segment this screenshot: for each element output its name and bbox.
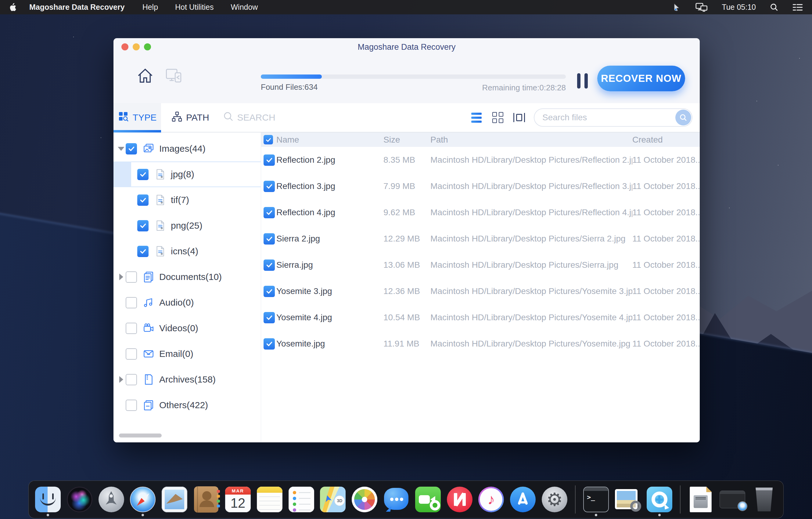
table-row[interactable]: Sierra.jpg13.06 MBMacintosh HD/Library/D… — [261, 252, 700, 278]
sidebar-checkbox[interactable] — [126, 374, 137, 385]
row-checkbox[interactable] — [264, 338, 275, 350]
sidebar-horizontal-scrollbar[interactable] — [119, 434, 162, 437]
device-recovery-button[interactable] — [165, 68, 184, 86]
dock-mail-icon[interactable] — [161, 482, 188, 517]
dock-preview-icon[interactable] — [614, 482, 641, 517]
grid-view-button[interactable] — [491, 111, 504, 124]
dock-calendar-icon[interactable]: MAR12 — [224, 482, 252, 517]
table-row[interactable]: Yosemite 3.jpg12.36 MBMacintosh HD/Libra… — [261, 278, 700, 304]
sidebar-item-others[interactable]: Others(422) — [114, 392, 261, 418]
table-row[interactable]: Reflection 4.jpg9.62 MBMacintosh HD/Libr… — [261, 199, 700, 226]
coverflow-view-button[interactable] — [513, 111, 526, 124]
menubar-clock[interactable]: Tue 05:10 — [722, 3, 756, 11]
sidebar-item-audio[interactable]: Audio(0) — [114, 290, 261, 316]
disclosure-right-icon[interactable] — [119, 274, 123, 280]
disclosure-down-icon[interactable] — [118, 147, 124, 151]
sidebar-checkbox[interactable] — [137, 220, 149, 231]
file-icon — [154, 245, 167, 258]
archives-icon — [142, 373, 155, 386]
sidebar-checkbox[interactable] — [126, 400, 137, 411]
menu-hot-utilities[interactable]: Hot Utilities — [175, 3, 213, 11]
sidebar-checkbox[interactable] — [137, 169, 149, 180]
dock-trash-icon[interactable] — [750, 482, 778, 517]
search-files-field — [534, 108, 692, 127]
airplay-display-icon[interactable] — [695, 2, 708, 12]
sidebar-checkbox[interactable] — [126, 323, 137, 334]
list-view-button[interactable] — [470, 111, 483, 124]
menubar-app-name[interactable]: Magoshare Data Recovery — [29, 3, 125, 11]
column-path[interactable]: Path — [430, 135, 632, 145]
table-row[interactable]: Yosemite 4.jpg10.54 MBMacintosh HD/Libra… — [261, 304, 700, 331]
dock-appstore-icon[interactable] — [509, 482, 536, 517]
recover-now-button[interactable]: RECOVER NOW — [597, 66, 685, 91]
sidebar-checkbox[interactable] — [126, 348, 137, 360]
file-name: Reflection 3.jpg — [277, 181, 383, 191]
disclosure-right-icon[interactable] — [119, 376, 123, 383]
dock-itunes-icon[interactable]: ♪ — [478, 482, 505, 517]
dock-sysprefs-icon[interactable]: ⚙ — [541, 482, 568, 517]
dock-facetime-icon[interactable] — [414, 482, 442, 517]
column-size[interactable]: Size — [383, 135, 430, 145]
sidebar-checkbox[interactable] — [137, 194, 149, 206]
sidebar-item-images[interactable]: Images(44) — [114, 136, 261, 162]
home-button[interactable] — [137, 67, 154, 85]
sidebar-item-jpg[interactable]: jpg(8) — [114, 162, 261, 187]
dock-minwindow-icon[interactable] — [719, 482, 746, 517]
file-name: Yosemite 3.jpg — [277, 286, 383, 296]
dock-safari-icon[interactable] — [129, 482, 156, 517]
tab-type-label: TYPE — [133, 112, 156, 123]
sidebar-checkbox[interactable] — [137, 246, 149, 257]
tab-path[interactable]: PATH — [171, 103, 209, 132]
sidebar-item-email[interactable]: Email(0) — [114, 341, 261, 367]
menu-bar: Magoshare Data Recovery Help Hot Utiliti… — [0, 0, 812, 15]
tab-search[interactable]: SEARCH — [223, 103, 276, 132]
table-row[interactable]: Reflection 2.jpg8.35 MBMacintosh HD/Libr… — [261, 147, 700, 173]
sidebar-item-documents[interactable]: Documents(10) — [114, 264, 261, 290]
tab-type[interactable]: TYPE — [114, 103, 161, 132]
dock-launchpad-icon[interactable] — [97, 482, 125, 517]
table-row[interactable]: Yosemite.jpg11.91 MBMacintosh HD/Library… — [261, 331, 700, 357]
dock-magoshare-icon[interactable] — [646, 482, 673, 517]
dock-maps-icon[interactable]: 3D — [319, 482, 347, 517]
sidebar-checkbox[interactable] — [126, 271, 137, 283]
column-name[interactable]: Name — [277, 135, 383, 145]
menu-help[interactable]: Help — [142, 3, 158, 11]
notification-center-icon[interactable] — [792, 3, 803, 11]
row-checkbox[interactable] — [264, 260, 275, 271]
row-checkbox[interactable] — [264, 312, 275, 323]
sidebar-item-icns[interactable]: icns(4) — [114, 239, 261, 264]
sidebar-item-videos[interactable]: Videos(0) — [114, 316, 261, 341]
file-path: Macintosh HD/Library/Desktop Pictures/Yo… — [430, 339, 632, 349]
dock-messages-icon[interactable] — [382, 482, 410, 517]
sidebar-item-tif[interactable]: tif(7) — [114, 187, 261, 213]
row-checkbox[interactable] — [264, 207, 275, 218]
sidebar-checkbox[interactable] — [126, 143, 137, 155]
sidebar-item-archives[interactable]: Archives(158) — [114, 367, 261, 392]
dock-photos-icon[interactable] — [351, 482, 378, 517]
dock-news-icon[interactable] — [446, 482, 473, 517]
dock-terminal-icon[interactable]: >_ — [582, 482, 610, 517]
row-checkbox[interactable] — [264, 155, 275, 166]
remote-cursor-icon[interactable] — [673, 3, 682, 11]
sidebar-checkbox[interactable] — [126, 297, 137, 308]
dock-contacts-icon[interactable] — [193, 482, 220, 517]
dock-finder-icon[interactable] — [34, 482, 62, 517]
dock-diskimage-icon[interactable] — [687, 482, 715, 517]
dock-reminders-icon[interactable] — [288, 482, 315, 517]
table-row[interactable]: Sierra 2.jpg12.29 MBMacintosh HD/Library… — [261, 226, 700, 252]
dock-notes-icon[interactable] — [256, 482, 283, 517]
table-row[interactable]: Reflection 3.jpg7.99 MBMacintosh HD/Libr… — [261, 173, 700, 199]
menu-window[interactable]: Window — [231, 3, 258, 11]
row-checkbox[interactable] — [264, 286, 275, 297]
pause-button[interactable] — [577, 73, 589, 89]
sidebar-item-png[interactable]: png(25) — [114, 213, 261, 239]
row-checkbox[interactable] — [264, 233, 275, 245]
dock-siri-icon[interactable] — [66, 482, 93, 517]
search-files-input[interactable] — [542, 110, 670, 125]
apple-menu-icon[interactable] — [9, 3, 17, 12]
search-files-button[interactable] — [675, 110, 691, 126]
spotlight-search-icon[interactable] — [770, 3, 778, 11]
column-created[interactable]: Created — [632, 135, 700, 145]
select-all-checkbox[interactable] — [264, 135, 273, 144]
row-checkbox[interactable] — [264, 181, 275, 192]
